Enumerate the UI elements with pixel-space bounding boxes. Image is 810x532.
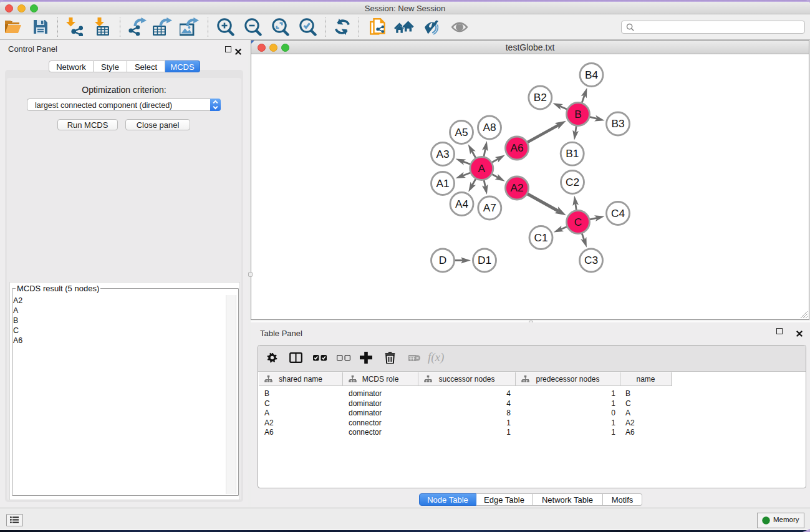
svg-text:D1: D1 (478, 254, 491, 266)
svg-text:B3: B3 (611, 117, 624, 130)
svg-text:C1: C1 (534, 231, 547, 244)
svg-text:A8: A8 (483, 121, 496, 133)
svg-text:B1: B1 (566, 147, 579, 160)
svg-text:C4: C4 (611, 207, 625, 220)
svg-text:C2: C2 (566, 176, 579, 188)
svg-text:C: C (574, 216, 582, 228)
svg-text:A1: A1 (436, 177, 449, 190)
svg-text:B: B (574, 108, 582, 120)
svg-text:A5: A5 (455, 126, 468, 138)
svg-text:A7: A7 (483, 201, 496, 214)
svg-text:A4: A4 (455, 198, 469, 210)
svg-text:A6: A6 (510, 142, 523, 154)
svg-text:A: A (478, 162, 486, 175)
svg-text:B2: B2 (534, 91, 547, 104)
svg-text:A3: A3 (436, 148, 449, 160)
svg-text:D: D (439, 254, 446, 266)
svg-text:A2: A2 (510, 181, 523, 194)
svg-text:B4: B4 (585, 69, 599, 81)
svg-text:C3: C3 (584, 254, 598, 266)
